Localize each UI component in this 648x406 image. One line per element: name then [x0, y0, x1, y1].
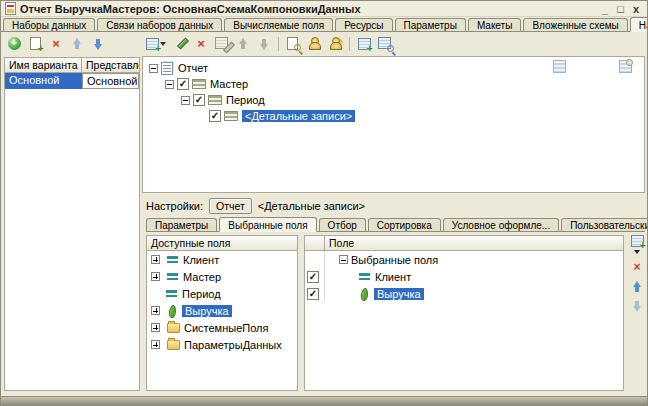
field-row-period[interactable]: Период: [147, 285, 297, 302]
delete-icon: ×: [52, 37, 60, 50]
field-icon: [359, 272, 370, 281]
grouping-icon: [224, 111, 238, 121]
checkbox-checked[interactable]: ✓: [307, 271, 319, 283]
window-bottom-edge: [1, 396, 647, 405]
variant-name-cell[interactable]: Основной: [5, 73, 82, 89]
settings-target-button[interactable]: Отчет: [209, 198, 252, 214]
minimize-button[interactable]: _: [602, 2, 608, 16]
close-button[interactable]: x: [633, 2, 639, 16]
field-row-system-fields[interactable]: СистемныеПоля: [147, 319, 297, 336]
collapse-icon[interactable]: [339, 255, 348, 264]
output-parameters-column-icon[interactable]: [619, 60, 632, 73]
available-fields-panel: Доступные поля Клиент Мастер Период Выру…: [146, 235, 298, 391]
tree-row-detail-records[interactable]: ✓ <Детальные записи>: [209, 108, 355, 124]
tree-label-selected: <Детальные записи>: [242, 110, 355, 122]
tab-settings[interactable]: Настройки: [630, 17, 648, 32]
edit-structure-item-button[interactable]: [171, 35, 189, 52]
conditional-appearance-column-icon[interactable]: [553, 60, 566, 73]
arrow-up-icon: [73, 38, 82, 50]
table-add-icon: +: [146, 38, 159, 50]
selected-fields-panel: Поле Выбранные поля ✓ Клиент ✓ Выручка: [304, 235, 624, 391]
maximize-button[interactable]: □: [617, 2, 624, 16]
variants-panel: Имя варианта Представление Основной Осно…: [4, 57, 140, 391]
collapse-icon[interactable]: [165, 80, 174, 89]
variants-toolbar: + + ×: [5, 35, 107, 52]
column-header-variant-name: Имя варианта: [5, 58, 82, 73]
add-variant-button[interactable]: +: [5, 35, 23, 52]
tab-data-sets[interactable]: Наборы данных: [3, 18, 95, 31]
structure-toolbar: + × +: [144, 35, 394, 52]
tree-row-period[interactable]: ✓ Период: [181, 92, 265, 108]
tab-parameters[interactable]: Параметры: [146, 218, 217, 231]
variant-presentation-cell[interactable]: Основной: [82, 73, 139, 89]
variant-row[interactable]: Основной Основной: [5, 73, 139, 89]
check-settings-button[interactable]: [284, 35, 302, 52]
collapse-icon[interactable]: [149, 64, 158, 73]
move-structure-down-button[interactable]: [255, 35, 273, 52]
delete-selected-field-button[interactable]: ×: [633, 261, 640, 274]
add-settings-table-button[interactable]: +: [355, 35, 373, 52]
expand-icon[interactable]: [151, 323, 160, 332]
tab-conditional-appearance[interactable]: Условное оформле...: [443, 218, 559, 231]
tree-row-report[interactable]: Отчет: [149, 60, 208, 76]
field-label: Мастер: [183, 271, 221, 283]
tab-calculated-fields[interactable]: Вычисляемые поля: [224, 18, 333, 31]
field-row-data-parameters[interactable]: ПараметрыДанных: [147, 336, 297, 353]
arrow-down-icon: [260, 38, 269, 50]
checkbox-checked[interactable]: ✓: [209, 110, 221, 122]
tab-data-set-links[interactable]: Связи наборов данных: [97, 18, 222, 31]
delete-variant-button[interactable]: ×: [47, 35, 65, 52]
field-icon: [167, 255, 178, 264]
checkbox-checked[interactable]: ✓: [177, 78, 189, 90]
report-designer-window: Отчет ВыручкаМастеров: ОсновнаяСхемаКомп…: [0, 0, 648, 406]
checkbox-checked[interactable]: ✓: [307, 288, 319, 300]
tab-templates[interactable]: Макеты: [468, 18, 522, 31]
move-variant-down-button[interactable]: [89, 35, 107, 52]
tab-nested-schemas[interactable]: Вложенные схемы: [523, 18, 627, 31]
expand-icon[interactable]: [151, 255, 160, 264]
tab-selected-fields[interactable]: Выбранные поля: [219, 217, 316, 232]
toolbar-separator: [278, 37, 279, 51]
field-label: Клиент: [183, 254, 219, 266]
expand-icon[interactable]: [151, 340, 160, 349]
selected-fields-root-row[interactable]: Выбранные поля: [305, 251, 623, 268]
expand-icon[interactable]: [151, 306, 160, 315]
delete-structure-item-button[interactable]: ×: [192, 35, 210, 52]
copy-variant-button[interactable]: +: [26, 35, 44, 52]
tree-row-master[interactable]: ✓ Мастер: [165, 76, 248, 92]
clear-structure-button[interactable]: [213, 35, 231, 52]
tree-label: Мастер: [210, 78, 248, 90]
field-row-revenue[interactable]: Выручка: [147, 302, 297, 319]
move-selected-field-up-button[interactable]: [633, 281, 642, 293]
tab-sorting[interactable]: Сортировка: [368, 218, 441, 231]
move-structure-up-button[interactable]: [234, 35, 252, 52]
field-row-client[interactable]: Клиент: [147, 251, 297, 268]
report-window-icon: [5, 2, 16, 15]
pencil-icon: [175, 38, 186, 49]
tab-parameters[interactable]: Параметры: [395, 18, 466, 31]
tab-filter[interactable]: Отбор: [319, 218, 366, 231]
copy-icon: +: [30, 37, 41, 50]
table-search-icon: [378, 37, 392, 50]
field-label: СистемныеПоля: [184, 322, 268, 334]
user-settings-button[interactable]: [305, 35, 323, 52]
report-structure-tree: Отчет ✓ Мастер ✓ Период ✓ <Детальные зап…: [142, 56, 645, 193]
selected-field-row-client[interactable]: ✓ Клиент: [305, 268, 623, 285]
collapse-icon[interactable]: [181, 96, 190, 105]
user-settings-list-button[interactable]: [326, 35, 344, 52]
document-search-icon: [287, 37, 299, 50]
tab-resources[interactable]: Ресурсы: [335, 18, 392, 31]
move-variant-up-button[interactable]: [68, 35, 86, 52]
move-selected-field-down-button[interactable]: [633, 300, 642, 312]
delete-icon: ×: [197, 37, 205, 50]
tab-user-settings[interactable]: Пользовательские...: [561, 218, 648, 231]
expand-icon[interactable]: [151, 272, 160, 281]
field-row-master[interactable]: Мастер: [147, 268, 297, 285]
add-structure-item-button[interactable]: +: [144, 35, 168, 52]
available-fields-header: Доступные поля: [147, 236, 297, 251]
selected-field-row-revenue[interactable]: ✓ Выручка: [305, 285, 623, 302]
field-label: Период: [182, 288, 221, 300]
find-settings-table-button[interactable]: [376, 35, 394, 52]
add-selected-field-button[interactable]: +: [631, 235, 644, 254]
checkbox-checked[interactable]: ✓: [193, 94, 205, 106]
